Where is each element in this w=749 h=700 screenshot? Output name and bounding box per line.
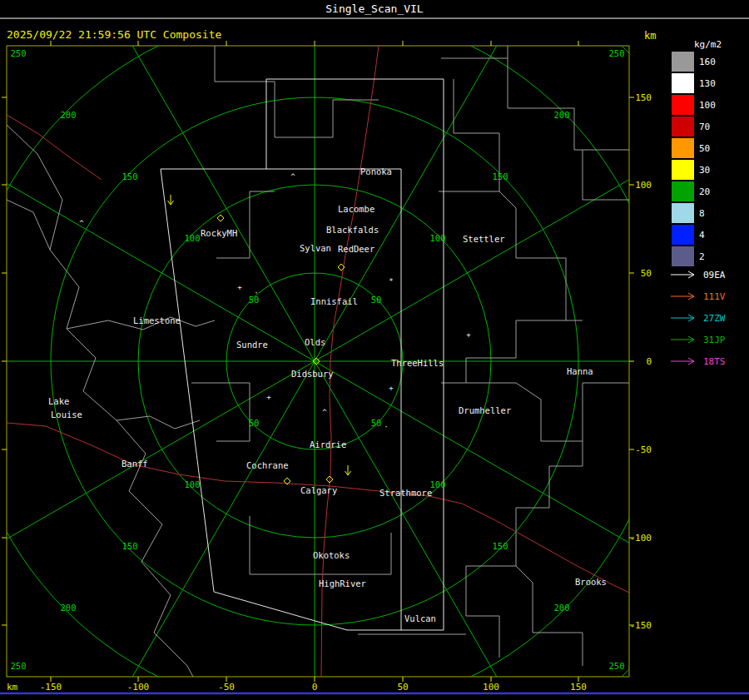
town-symbol: · bbox=[254, 289, 258, 297]
bottom-axis-label: -50 bbox=[218, 682, 235, 693]
ring-label: 50 bbox=[371, 418, 382, 428]
radar-id: 111V bbox=[703, 291, 726, 302]
town-symbol: ^ bbox=[79, 219, 84, 227]
city-label: Innisfail bbox=[310, 296, 358, 306]
legend-swatch bbox=[672, 203, 694, 223]
ring-label: 250 bbox=[11, 48, 27, 58]
legend-swatch bbox=[672, 73, 694, 93]
city-label: Olds bbox=[305, 337, 325, 347]
city-label: Calgary bbox=[300, 485, 337, 495]
legend-value: 50 bbox=[699, 143, 710, 154]
city-label: Okotoks bbox=[313, 550, 350, 560]
bottom-axis-label: 0 bbox=[312, 682, 318, 693]
scan-area-outlines bbox=[161, 79, 444, 630]
city-label: Drumheller bbox=[459, 405, 511, 415]
town-symbol: · bbox=[384, 423, 388, 431]
legend-value: 100 bbox=[699, 100, 716, 111]
city-label: Brooks bbox=[575, 577, 607, 587]
right-axis-label: -150 bbox=[630, 620, 652, 631]
town-symbols: ^ ^ + · * + + + ^ · bbox=[79, 172, 471, 431]
radar-legend-item: 18TS bbox=[671, 356, 726, 367]
right-axis-label: 150 bbox=[635, 92, 652, 103]
azimuth-lines bbox=[0, 0, 749, 700]
legend-swatch bbox=[672, 117, 694, 137]
bottom-axis-label: 150 bbox=[570, 682, 587, 693]
legend-swatch bbox=[672, 225, 694, 245]
right-arrow-icon bbox=[671, 358, 694, 365]
bottom-axis-label: 100 bbox=[483, 682, 499, 693]
legend-value: 20 bbox=[699, 186, 710, 197]
city-labels: Ponoka Lacombe Blackfalds Sylvan RedDeer… bbox=[48, 166, 607, 623]
ring-label: 100 bbox=[185, 233, 201, 243]
city-label: Limestone bbox=[133, 315, 181, 325]
down-arrow-icon bbox=[345, 465, 351, 475]
legend-swatch bbox=[672, 246, 694, 266]
ring-label: 150 bbox=[493, 171, 508, 181]
window-title: Single_Scan_VIL bbox=[325, 2, 424, 15]
town-symbol: + bbox=[466, 330, 471, 339]
ring-label: 200 bbox=[554, 603, 570, 613]
town-symbol: + bbox=[237, 283, 242, 291]
city-label: Sundre bbox=[236, 340, 268, 350]
legend-value: 130 bbox=[699, 78, 716, 89]
city-label: Didsbury bbox=[291, 369, 334, 379]
color-scale-legend: kg/m2 160 130 100 70 50 30 20 8 4 2 bbox=[672, 39, 722, 266]
radar-id: 18TS bbox=[703, 356, 726, 367]
range-rings bbox=[0, 0, 749, 700]
right-arrow-icon bbox=[671, 336, 694, 343]
ring-label: 250 bbox=[609, 661, 625, 671]
legend-swatch bbox=[672, 95, 694, 115]
legend-unit-label: kg/m2 bbox=[694, 39, 722, 50]
right-arrow-icon bbox=[671, 293, 694, 300]
legend-value: 2 bbox=[699, 251, 705, 262]
ring-label: 100 bbox=[185, 479, 201, 489]
ring-label: 150 bbox=[122, 171, 138, 181]
town-symbol: + bbox=[389, 384, 394, 392]
ring-label: 100 bbox=[430, 233, 446, 243]
right-arrow-icon bbox=[671, 315, 694, 321]
town-symbol: ^ bbox=[322, 408, 327, 416]
city-label: Lacombe bbox=[338, 204, 374, 214]
city-label: Stettler bbox=[463, 234, 505, 244]
ring-label: 250 bbox=[11, 661, 27, 671]
legend-swatch bbox=[672, 52, 694, 72]
bottom-axis-unit: km bbox=[7, 682, 18, 693]
city-label: ThreeHills bbox=[391, 358, 444, 368]
legend-swatch bbox=[672, 138, 694, 158]
right-arrow-icon bbox=[671, 271, 694, 278]
radar-id: 27ZW bbox=[703, 313, 726, 324]
radar-id-legend: 09EA 111V 27ZW 31JP 18TS bbox=[671, 270, 726, 367]
legend-value: 8 bbox=[699, 208, 705, 219]
legend-value: 70 bbox=[699, 122, 710, 132]
city-label: HighRiver bbox=[319, 578, 366, 588]
ring-label: 200 bbox=[61, 603, 77, 613]
legend-value: 160 bbox=[699, 57, 716, 67]
legend-swatch bbox=[672, 160, 694, 180]
bottom-axis-label: -100 bbox=[127, 682, 150, 693]
city-label: Lake bbox=[48, 396, 69, 406]
city-label: Blackfalds bbox=[326, 225, 379, 235]
city-label: Sylvan bbox=[300, 243, 331, 253]
city-label: Louise bbox=[51, 410, 82, 420]
right-axis-label: 100 bbox=[635, 180, 652, 191]
bottom-axis-label: 50 bbox=[397, 682, 408, 693]
radar-legend-item: 31JP bbox=[671, 335, 726, 345]
legend-value: 30 bbox=[699, 165, 710, 176]
ring-label: 200 bbox=[61, 110, 77, 120]
town-symbol: ^ bbox=[290, 172, 295, 181]
bottom-axis-label: -150 bbox=[40, 682, 62, 693]
ring-label: 150 bbox=[493, 541, 508, 551]
ring-label: 150 bbox=[122, 541, 138, 551]
city-label: Hanna bbox=[567, 366, 593, 376]
radar-legend-item: 09EA bbox=[671, 270, 726, 280]
radar-display: Single_Scan_VIL 2025/09/22 21:59:56 UTC … bbox=[0, 0, 749, 700]
city-label: Cochrane bbox=[246, 460, 289, 470]
legend-swatch bbox=[672, 181, 694, 201]
ring-label: 50 bbox=[371, 295, 382, 305]
ring-label: 200 bbox=[554, 110, 570, 120]
city-label: Vulcan bbox=[404, 613, 436, 623]
down-arrow-icon bbox=[168, 195, 174, 205]
ring-label: 50 bbox=[249, 418, 260, 428]
city-label: RockyMH bbox=[201, 228, 237, 238]
right-axis-label: -100 bbox=[630, 533, 652, 544]
